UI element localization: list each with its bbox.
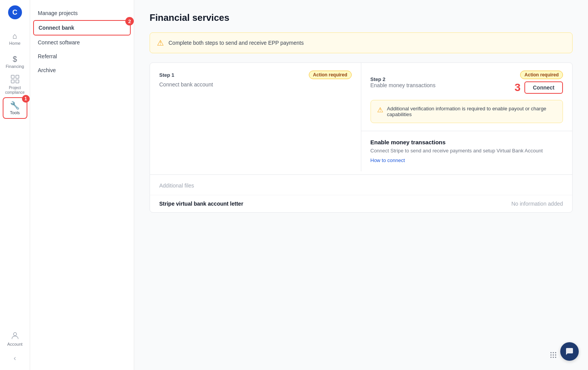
file-status: No information added — [511, 201, 563, 207]
step2-info-title: Enable money transactions — [371, 139, 563, 145]
step2-info: Enable money transactions Connect Stripe… — [361, 131, 573, 171]
svg-point-6 — [553, 352, 554, 353]
connect-bank-badge: 2 — [125, 17, 134, 25]
home-icon: ⌂ — [12, 32, 17, 40]
nav-item-account-label: Account — [7, 342, 23, 346]
sidebar-item-archive[interactable]: Archive — [30, 63, 134, 77]
step2-alert: ⚠ Additional verification information is… — [371, 100, 563, 123]
nav-item-account[interactable]: Account — [3, 328, 27, 350]
sidebar-item-manage-projects-label: Manage projects — [38, 10, 78, 16]
step2-info-desc: Connect Stripe to send and receive payme… — [371, 148, 563, 154]
step2-header-right-top: Action required 3 Connect — [514, 71, 563, 94]
svg-point-9 — [553, 355, 554, 356]
page-title: Financial services — [150, 12, 573, 23]
tools-badge: 1 — [22, 95, 30, 103]
sidebar-item-connect-software[interactable]: Connect software — [30, 35, 134, 49]
warning-banner-text: Complete both steps to send and receive … — [168, 40, 304, 46]
step2-alert-text: Additional verification information is r… — [387, 106, 557, 117]
step1-header: Step 1 Action required — [159, 71, 352, 79]
file-row: Stripe virtual bank account letter No in… — [150, 195, 572, 212]
svg-rect-2 — [11, 80, 14, 83]
financing-icon: $ — [13, 55, 17, 63]
svg-rect-3 — [16, 80, 19, 83]
connect-number: 3 — [514, 81, 521, 94]
step2-card: Step 2 Enable money transactions Action … — [361, 63, 573, 171]
sidebar-item-connect-bank[interactable]: Connect bank 2 — [33, 20, 131, 35]
icon-navigation: C ⌂ Home $ Financing Project compliance … — [0, 0, 30, 370]
step1-card: Step 1 Action required Connect bank acco… — [150, 63, 361, 171]
step2-header: Step 2 Enable money transactions Action … — [361, 63, 573, 100]
nav-item-financing-label: Financing — [6, 64, 24, 69]
svg-point-12 — [553, 357, 554, 358]
sidebar-item-connect-bank-label: Connect bank — [39, 25, 74, 31]
account-icon — [11, 331, 19, 341]
main-content: Financial services ⚠ Complete both steps… — [134, 0, 588, 370]
chat-button[interactable] — [560, 342, 579, 361]
sidebar-item-referral-label: Referral — [38, 53, 57, 59]
svg-point-8 — [551, 355, 552, 356]
financial-services-card: Step 1 Action required Connect bank acco… — [150, 63, 573, 213]
nav-item-tools[interactable]: 🔧 Tools 1 — [3, 97, 27, 119]
svg-rect-0 — [11, 75, 14, 78]
steps-container: Step 1 Action required Connect bank acco… — [150, 63, 572, 171]
sidebar: Manage projects Connect bank 2 Connect s… — [30, 0, 134, 370]
additional-files-section: Additional files Stripe virtual bank acc… — [150, 174, 572, 212]
svg-point-11 — [551, 357, 552, 358]
grid-dots-icon[interactable] — [549, 351, 557, 361]
sidebar-item-manage-projects[interactable]: Manage projects — [30, 6, 134, 20]
logo-circle: C — [8, 5, 22, 19]
nav-collapse-arrow[interactable]: ‹ — [14, 351, 16, 365]
step2-header-left: Step 2 Enable money transactions — [371, 76, 436, 88]
step2-number: Step 2 — [371, 76, 436, 82]
app-logo[interactable]: C — [7, 5, 23, 20]
nav-item-home-label: Home — [9, 41, 20, 46]
nav-item-tools-label: Tools — [10, 110, 20, 115]
step2-alert-icon: ⚠ — [377, 106, 383, 114]
step2-badge: Action required — [520, 71, 563, 79]
nav-item-project-compliance[interactable]: Project compliance — [3, 74, 27, 96]
warning-banner: ⚠ Complete both steps to send and receiv… — [150, 32, 573, 53]
svg-point-4 — [13, 333, 17, 336]
svg-point-13 — [555, 357, 556, 358]
svg-point-5 — [551, 352, 552, 353]
step2-title: Enable money transactions — [371, 82, 436, 88]
step1-number: Step 1 — [159, 72, 174, 78]
nav-item-home[interactable]: ⌂ Home — [3, 28, 27, 49]
step2-connect-wrapper: Action required 3 Connect — [514, 71, 563, 94]
warning-icon: ⚠ — [157, 38, 164, 47]
tools-icon: 🔧 — [10, 101, 20, 109]
nav-item-financing[interactable]: $ Financing — [3, 51, 27, 73]
step1-title: Connect bank account — [159, 81, 352, 88]
sidebar-item-referral[interactable]: Referral — [30, 49, 134, 63]
sidebar-item-archive-label: Archive — [38, 67, 56, 73]
sidebar-item-connect-software-label: Connect software — [38, 39, 80, 46]
file-name: Stripe virtual bank account letter — [159, 201, 243, 207]
how-to-connect-link[interactable]: How to connect — [371, 157, 405, 163]
additional-files-label: Additional files — [150, 182, 572, 189]
connect-button[interactable]: Connect — [524, 81, 563, 94]
svg-point-10 — [555, 355, 556, 356]
nav-item-project-compliance-label: Project compliance — [3, 86, 27, 95]
svg-rect-1 — [16, 75, 19, 78]
step1-badge: Action required — [309, 71, 352, 79]
project-compliance-icon — [11, 75, 19, 84]
svg-point-7 — [555, 352, 556, 353]
